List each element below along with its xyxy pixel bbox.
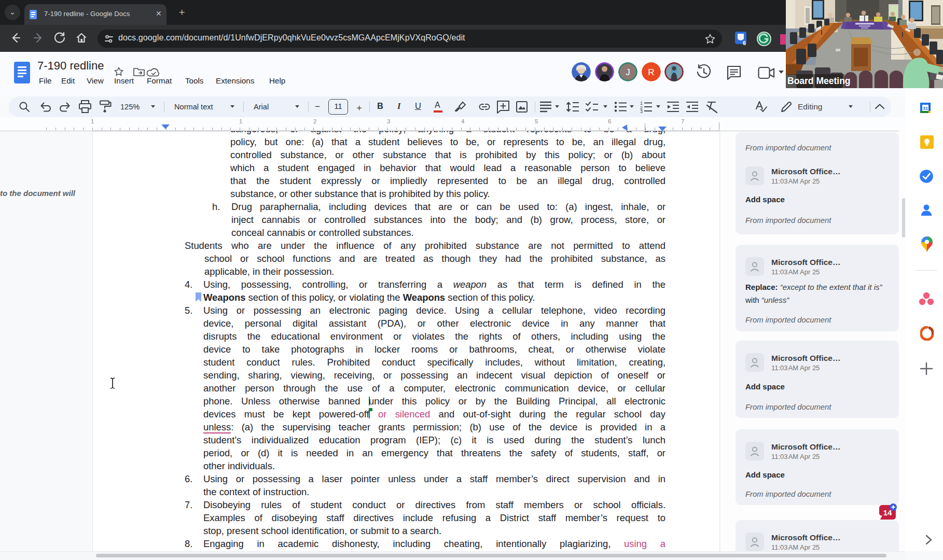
- svg-text:31: 31: [923, 106, 928, 111]
- svg-text:J: J: [626, 67, 630, 77]
- svg-text:6: 6: [743, 40, 746, 46]
- svg-text:R: R: [648, 67, 654, 77]
- svg-text:3: 3: [640, 109, 643, 113]
